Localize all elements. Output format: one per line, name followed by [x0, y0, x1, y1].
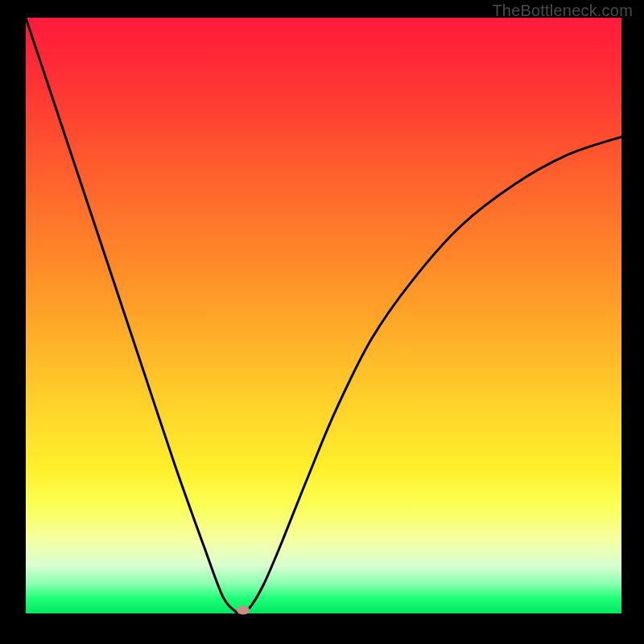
bottleneck-curve: [26, 18, 621, 613]
watermark-text: TheBottleneck.com: [492, 2, 633, 20]
chart-frame: TheBottleneck.com: [0, 0, 644, 644]
plot-area: [26, 18, 621, 613]
optimum-marker: [237, 606, 250, 615]
